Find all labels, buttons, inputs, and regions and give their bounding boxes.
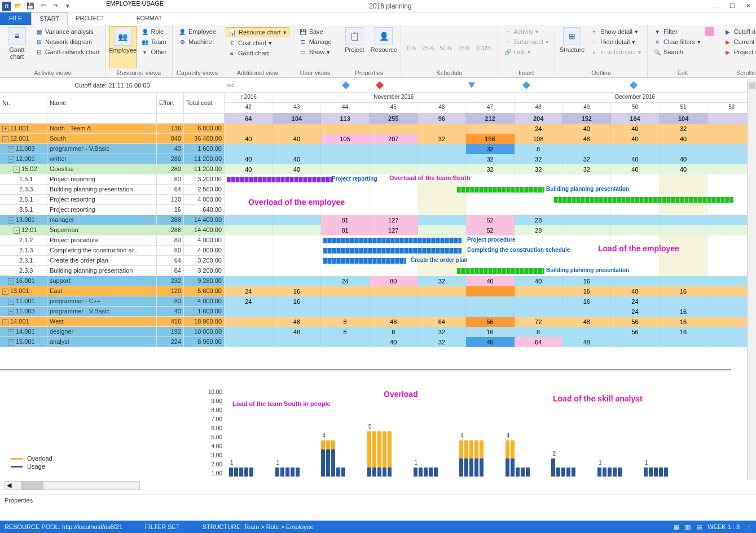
table-row[interactable]: 2.3.3Building planning presentation642 5…	[0, 185, 756, 195]
tab-start[interactable]: START	[31, 12, 68, 25]
save-view-button[interactable]: 💾Save	[297, 27, 334, 36]
resource-chart-button[interactable]: 📊Resource chart ▾	[226, 27, 289, 37]
table-row[interactable]: 1.5.1Project reporting803 200.00Project …	[0, 174, 756, 185]
resource-props-button[interactable]: 👤Resource	[370, 26, 397, 68]
table-row[interactable]: -14.001West41618 960.0048848645672485616	[0, 317, 756, 327]
filter-button[interactable]: ▼Filter	[651, 27, 703, 36]
gantt-chart-button[interactable]: ≡Gantt chart	[3, 26, 30, 68]
horizontal-scrollbar[interactable]: ◀	[5, 481, 140, 490]
show-views-button[interactable]: ▭Show ▾	[297, 47, 334, 56]
variance-analysis-button[interactable]: ▦Variance analysis	[33, 27, 102, 36]
col-name[interactable]: Name	[47, 93, 157, 113]
team-button[interactable]: 👥Team	[139, 37, 169, 46]
employee-view-button[interactable]: 👥Employee	[109, 26, 137, 68]
table-row[interactable]: -13.001manager28814 400.00811275228	[0, 215, 756, 225]
qat-redo-icon[interactable]: ↷	[51, 2, 60, 11]
eraser-icon[interactable]	[705, 27, 714, 36]
addl-gantt-button[interactable]: ≡Gantt chart	[226, 49, 289, 58]
qat-save-icon[interactable]: 💾	[26, 2, 35, 11]
gantt-bar[interactable]	[323, 238, 461, 243]
tree-toggle[interactable]: +	[8, 299, 14, 305]
project-props-button[interactable]: 📋Project	[341, 26, 368, 68]
capacity-machine-button[interactable]: ⚙Machine	[176, 37, 218, 46]
table-row[interactable]: +11.003programmer - V.Basic401 600.00328	[0, 144, 756, 154]
cutoff-date-button[interactable]: ▶Cutoff date	[722, 27, 756, 36]
search-button[interactable]: 🔍Search	[651, 47, 703, 56]
status-structure: STRUCTURE: Team > Role > Employee	[203, 523, 314, 530]
table-row[interactable]: -15.02Goeslike28011 200.0040403232324040	[0, 164, 756, 174]
tab-format[interactable]: FORMAT	[129, 12, 170, 25]
qat-customize-icon[interactable]: ▾	[63, 2, 72, 11]
table-row[interactable]: -12.001writter28011 200.0040403232324040	[0, 154, 756, 164]
table-row[interactable]: +11.003programmer - V.Basic401 600.00241…	[0, 307, 756, 317]
manage-views-button[interactable]: ☰Manage	[297, 37, 334, 46]
tree-toggle[interactable]: +	[8, 329, 14, 335]
table-row[interactable]: +11.001programmer - C++804 000.002416162…	[0, 296, 756, 307]
table-row[interactable]: -12.01Superman28814 400.00811275228	[0, 225, 756, 235]
progress-75-button: 75%	[455, 27, 472, 68]
table-row[interactable]: +15.001analyst2248 960.004032406448	[0, 337, 756, 347]
gantt-bar[interactable]	[227, 177, 333, 182]
maximize-button[interactable]: ☐	[724, 1, 740, 12]
gantt-bar[interactable]	[457, 268, 544, 274]
hide-detail-button[interactable]: −Hide detail ▾	[588, 37, 644, 46]
status-icon-3[interactable]: ▤	[696, 523, 702, 531]
tab-project[interactable]: PROJECT	[68, 12, 112, 25]
status-icon-1[interactable]: ▦	[674, 523, 679, 531]
col-nr[interactable]: Nr.	[0, 93, 47, 113]
gantt-bar[interactable]	[323, 248, 461, 254]
clear-filters-button[interactable]: ✕Clear filters ▾	[651, 37, 703, 46]
tree-toggle[interactable]: -	[8, 156, 14, 163]
role-button[interactable]: 👤Role	[139, 27, 169, 36]
properties-panel-header[interactable]: Properties	[0, 495, 756, 506]
minimize-button[interactable]: —	[709, 1, 724, 12]
table-row[interactable]: -13.001East1205 600.002416164816	[0, 286, 756, 296]
structure-button[interactable]: ⊞Structure	[559, 26, 586, 68]
project-start-button[interactable]: ▶Project start ▾	[722, 47, 756, 56]
timescale-back[interactable]: <<	[225, 82, 236, 89]
gantt-network-chart-button[interactable]: ⊟Gantt-network chart	[33, 47, 102, 56]
capacity-employee-button[interactable]: 👤Employee	[176, 27, 218, 36]
gantt-bar[interactable]	[554, 197, 733, 203]
tree-toggle[interactable]: +	[8, 146, 14, 152]
table-row[interactable]: +16.001support2329 280.00248032404016	[0, 276, 756, 286]
tab-file[interactable]: FILE	[0, 12, 31, 25]
table-row[interactable]: 2.3.1Create the order plan643 200.00Crea…	[0, 256, 756, 266]
tree-toggle[interactable]: -	[2, 136, 8, 142]
month-cell: December 2016	[515, 93, 756, 102]
table-row[interactable]: +11.001North - Team A1366 800.0024404032	[0, 124, 756, 134]
col-effort[interactable]: Effort	[157, 93, 184, 113]
tree-toggle[interactable]: -	[8, 217, 14, 224]
tree-toggle[interactable]: -	[2, 319, 8, 325]
tree-toggle[interactable]: +	[8, 309, 14, 315]
gantt-bar-label: Building planning presentation	[546, 267, 629, 273]
table-row[interactable]: +14.001designer19210 000.004888321685616	[0, 327, 756, 337]
cost-chart-button[interactable]: €Cost chart ▾	[226, 38, 289, 47]
tree-toggle[interactable]: -	[14, 167, 20, 173]
table-row[interactable]: 2.3.3Building planning presentation643 2…	[0, 266, 756, 276]
network-diagram-button[interactable]: ⊞Network diagram	[33, 37, 102, 46]
qat-open-icon[interactable]: 📂	[14, 2, 23, 11]
tree-toggle[interactable]: -	[14, 228, 20, 234]
anno-overload-emp: Overload of the employee	[248, 198, 345, 207]
tree-toggle[interactable]: +	[2, 126, 8, 132]
show-detail-button[interactable]: ＋Show detail ▾	[588, 27, 644, 36]
col-cost[interactable]: Total cost	[184, 93, 225, 113]
gantt-bar[interactable]	[323, 258, 406, 264]
gantt-bar-label: Project procedure	[467, 237, 516, 243]
other-button[interactable]: ▾Other	[139, 47, 169, 56]
vertical-scrollbar[interactable]	[747, 79, 756, 480]
table-row[interactable]: 3.5.1Project reporting16640.00	[0, 205, 756, 215]
table-row[interactable]: -12.001South84036 480.004040105207321561…	[0, 134, 756, 144]
tree-toggle[interactable]: +	[8, 339, 14, 346]
current-date-button[interactable]: ▶Current date	[722, 37, 756, 46]
status-icon-2[interactable]: ▥	[685, 523, 691, 531]
close-button[interactable]: ✕	[740, 1, 756, 12]
anno-load-emp: Load of the employee	[598, 244, 679, 253]
tree-toggle[interactable]: +	[8, 278, 14, 285]
tree-toggle[interactable]: -	[2, 289, 8, 295]
gantt-bar[interactable]	[457, 187, 544, 193]
status-resize-icon[interactable]: ⋰	[745, 523, 751, 531]
table-row[interactable]: 2.5.1Project reporting1204 800.00	[0, 195, 756, 205]
qat-undo-icon[interactable]: ↶	[38, 2, 47, 11]
